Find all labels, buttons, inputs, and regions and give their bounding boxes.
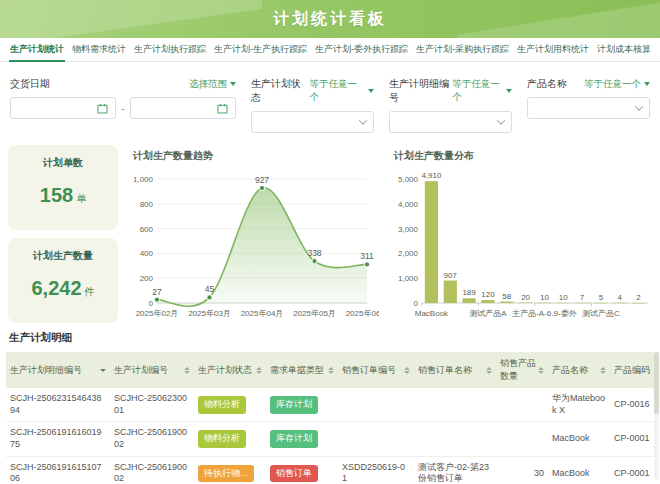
- kpi-unit: 单: [76, 192, 86, 206]
- distribution-bar-chart: 01,0002,0003,0004,0005,0004,910907189120…: [388, 163, 652, 325]
- table-title: 生产计划明细: [9, 331, 654, 345]
- filter-label: 产品名称: [527, 77, 567, 91]
- plan-detail-table: 生产计划明细编号 生产计划编号 生产计划状态 需求单据类型 销售订单编号 销售订…: [6, 352, 654, 484]
- svg-text:主产品-A-6.9-委外: 主产品-A-6.9-委外: [511, 309, 576, 318]
- match-operator-dropdown[interactable]: 等于任意一个: [452, 78, 512, 104]
- col-plan-detail-no[interactable]: 生产计划明细编号: [6, 352, 110, 388]
- svg-text:27: 27: [152, 287, 162, 297]
- svg-text:58: 58: [502, 292, 511, 301]
- svg-text:7: 7: [580, 293, 585, 302]
- date-from-input[interactable]: [10, 97, 116, 119]
- caret-down-icon: [644, 82, 650, 86]
- col-doc-type[interactable]: 需求单据类型: [266, 352, 338, 388]
- kpi-unit: 件: [85, 285, 95, 299]
- svg-text:5: 5: [599, 293, 604, 302]
- range-operator-dropdown[interactable]: 选择范围: [189, 78, 236, 91]
- svg-text:189: 189: [462, 288, 476, 297]
- date-to-input[interactable]: [130, 97, 236, 119]
- product-name-select[interactable]: [527, 97, 650, 119]
- col-sales-qty[interactable]: 销售产品数量: [496, 352, 548, 388]
- sort-icon[interactable]: [184, 367, 190, 374]
- distribution-chart-box: 计划生产数量分布 01,0002,0003,0004,0005,0004,910…: [388, 145, 652, 323]
- svg-text:2025年02月: 2025年02月: [136, 309, 179, 318]
- kpi-plan-count-card: 计划单数 158 单: [8, 145, 118, 230]
- svg-text:2,000: 2,000: [398, 249, 419, 258]
- svg-text:MacBook: MacBook: [415, 309, 449, 318]
- col-plan-no[interactable]: 生产计划编号: [110, 352, 194, 388]
- tab-plan-cost-accounting[interactable]: 计划成本核算: [593, 37, 655, 61]
- svg-text:20: 20: [521, 293, 530, 302]
- match-operator-dropdown[interactable]: 等于任意一个: [310, 78, 374, 104]
- svg-text:2025年05月: 2025年05月: [293, 309, 336, 318]
- caret-down-icon: [368, 89, 374, 93]
- plan-detail-no-select[interactable]: [389, 111, 512, 133]
- col-order-name[interactable]: 销售订单名称: [414, 352, 496, 388]
- plan-detail-section: 生产计划明细 生产计划明细编号 生产计划编号 生产计划状态 需求单据类型 销售订…: [0, 323, 660, 484]
- distribution-chart-title: 计划生产数量分布: [388, 145, 652, 163]
- table-row[interactable]: SCJH-250623154643894SCJHC-2506230001 物料分…: [6, 388, 654, 422]
- tab-production-plan-stats[interactable]: 生产计划统计: [6, 37, 68, 61]
- trend-chart-box: 计划生产数量趋势 02004006008001,000272025年02月452…: [127, 145, 379, 323]
- sort-icon[interactable]: [538, 367, 544, 374]
- caret-down-icon: [506, 89, 512, 93]
- date-range-separator: -: [121, 103, 124, 114]
- sort-icon[interactable]: [256, 367, 262, 374]
- stats-row: 计划单数 158 单 计划生产数量 6,242 件 计划生产数量趋势 02004…: [0, 139, 660, 323]
- sort-icon[interactable]: [404, 367, 410, 374]
- kpi-title: 计划单数: [43, 156, 83, 170]
- filter-plan-detail-no: 生产计明细编号 等于任意一个: [389, 77, 512, 133]
- scrollbar-thumb[interactable]: [654, 352, 659, 414]
- sort-desc-icon[interactable]: [100, 369, 106, 372]
- svg-text:400: 400: [140, 249, 154, 258]
- doc-type-badge: 库存计划: [270, 396, 318, 414]
- tab-plan-outsourcing-tracking[interactable]: 生产计划-委外执行跟踪: [311, 37, 412, 61]
- col-order-no[interactable]: 销售订单编号: [338, 352, 414, 388]
- table-row[interactable]: SCJH-250619161510706SCJHC-2506190002 待执行…: [6, 456, 654, 484]
- tab-plan-material-usage-stats[interactable]: 生产计划用料统计: [513, 37, 593, 61]
- svg-text:1,000: 1,000: [133, 175, 154, 184]
- table-header-row: 生产计划明细编号 生产计划编号 生产计划状态 需求单据类型 销售订单编号 销售订…: [6, 352, 654, 388]
- col-plan-status[interactable]: 生产计划状态: [194, 352, 266, 388]
- svg-text:10: 10: [540, 293, 549, 302]
- trend-area-chart: 02004006008001,000272025年02月452025年03月92…: [127, 163, 379, 325]
- svg-text:927: 927: [255, 175, 269, 185]
- tab-plan-execution-tracking[interactable]: 生产计划执行跟踪: [130, 37, 210, 61]
- sort-icon[interactable]: [486, 367, 492, 374]
- table-row[interactable]: SCJH-250619161601975SCJHC-2506190002 物料分…: [6, 422, 654, 456]
- tab-material-demand-stats[interactable]: 物料需求统计: [68, 37, 130, 61]
- svg-text:0: 0: [414, 299, 419, 308]
- svg-text:120: 120: [481, 290, 495, 299]
- kpi-title: 计划生产数量: [33, 249, 93, 263]
- svg-text:0: 0: [149, 299, 154, 308]
- calendar-icon: [97, 103, 108, 114]
- tab-bar: 生产计划统计 物料需求统计 生产计划执行跟踪 生产计划-生产执行跟踪 生产计划-…: [0, 38, 660, 62]
- svg-text:5,000: 5,000: [398, 175, 419, 184]
- table-scrollbar[interactable]: [654, 352, 659, 480]
- trend-chart-title: 计划生产数量趋势: [127, 145, 379, 163]
- svg-text:907: 907: [444, 271, 458, 280]
- chevron-down-icon: [359, 116, 367, 124]
- status-badge: 待执行物...: [198, 465, 254, 483]
- svg-text:45: 45: [205, 284, 215, 294]
- plan-status-select[interactable]: [251, 111, 374, 133]
- kpi-value: 6,242: [31, 277, 81, 300]
- svg-text:测试产品A: 测试产品A: [469, 309, 507, 318]
- doc-type-badge: 库存计划: [270, 430, 318, 448]
- tab-plan-purchase-tracking[interactable]: 生产计划-采购执行跟踪: [412, 37, 513, 61]
- sort-icon[interactable]: [328, 367, 334, 374]
- svg-text:600: 600: [140, 225, 154, 234]
- svg-text:200: 200: [140, 274, 154, 283]
- kpi-column: 计划单数 158 单 计划生产数量 6,242 件: [8, 145, 118, 323]
- filter-label: 生产计明细编号: [389, 77, 452, 105]
- col-product-name[interactable]: 产品名称: [548, 352, 610, 388]
- filter-product-name: 产品名称 等于任意一个: [527, 77, 650, 133]
- sort-icon[interactable]: [600, 367, 606, 374]
- kpi-plan-qty-card: 计划生产数量 6,242 件: [8, 238, 118, 323]
- match-operator-dropdown[interactable]: 等于任意一个: [584, 78, 650, 91]
- svg-text:311: 311: [360, 251, 374, 261]
- svg-text:2025年04月: 2025年04月: [241, 309, 284, 318]
- doc-type-badge: 销售订单: [270, 465, 318, 483]
- tab-plan-production-tracking[interactable]: 生产计划-生产执行跟踪: [210, 37, 311, 61]
- svg-text:800: 800: [140, 200, 154, 209]
- col-product-code[interactable]: 产品编码: [610, 352, 654, 388]
